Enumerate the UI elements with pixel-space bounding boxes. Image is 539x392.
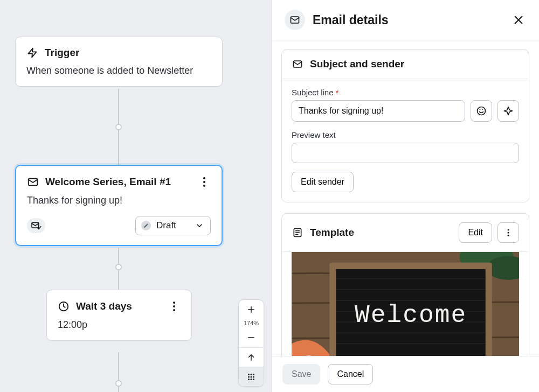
lightning-icon	[26, 47, 38, 59]
zoom-controls: 174%	[238, 299, 264, 387]
svg-point-10	[253, 374, 254, 375]
svg-point-28	[508, 229, 509, 230]
subject-card-title: Subject and sender	[310, 58, 404, 70]
svg-marker-0	[29, 48, 37, 58]
subject-line-label: Subject line*	[292, 88, 519, 97]
email-details-panel: Email details Subject and sender Subject…	[271, 0, 539, 392]
template-preview[interactable]: Welcome	[292, 252, 519, 356]
svg-point-30	[508, 235, 509, 236]
zoom-level: 174%	[244, 319, 259, 328]
svg-point-29	[508, 232, 509, 234]
svg-point-14	[248, 379, 250, 380]
pencil-icon	[141, 221, 151, 230]
svg-point-12	[251, 376, 252, 377]
email-node-more-button[interactable]	[198, 176, 211, 188]
clock-icon	[58, 300, 70, 312]
zoom-reset-button[interactable]	[239, 347, 264, 367]
svg-point-21	[478, 107, 486, 115]
ai-sparkle-button[interactable]	[497, 100, 519, 122]
connector-node[interactable]	[115, 380, 122, 387]
mail-icon	[27, 176, 39, 188]
status-dropdown[interactable]: Draft	[135, 216, 211, 235]
subject-sender-card: Subject and sender Subject line* Preview…	[281, 49, 529, 202]
panel-title: Email details	[313, 13, 389, 27]
chevron-down-icon	[195, 221, 204, 230]
template-hero-text: Welcome	[355, 302, 467, 330]
wait-node-more-button[interactable]	[168, 300, 181, 313]
svg-point-9	[251, 374, 252, 375]
zoom-in-button[interactable]	[239, 300, 264, 319]
mail-check-icon	[27, 218, 45, 233]
connector-node[interactable]	[115, 264, 122, 270]
wait-title: Wait 3 days	[76, 300, 132, 312]
email-node-title: Welcome Series, Email #1	[45, 176, 171, 188]
svg-point-11	[248, 376, 250, 377]
svg-point-16	[253, 379, 254, 380]
edit-sender-button[interactable]: Edit sender	[292, 172, 354, 192]
wait-node[interactable]: Wait 3 days 12:00p	[46, 290, 192, 341]
svg-point-8	[248, 374, 250, 375]
template-card-title: Template	[310, 227, 354, 239]
mail-icon	[285, 10, 305, 30]
status-label: Draft	[156, 220, 176, 231]
canvas-overview-button[interactable]	[239, 367, 264, 386]
close-button[interactable]	[511, 12, 526, 27]
emoji-button[interactable]	[471, 100, 492, 122]
email-node-preview: Thanks for signing up!	[27, 195, 211, 206]
wait-time: 12:00p	[58, 319, 181, 331]
preview-text-input[interactable]	[292, 143, 519, 163]
edit-template-button[interactable]: Edit	[459, 222, 492, 243]
cancel-button[interactable]: Cancel	[328, 364, 373, 384]
template-card: Template Edit	[281, 213, 529, 356]
trigger-node[interactable]: Trigger When someone is added to Newslet…	[15, 37, 223, 87]
panel-header: Email details	[272, 0, 539, 40]
trigger-description: When someone is added to Newsletter	[26, 65, 211, 76]
svg-point-15	[251, 379, 252, 380]
save-button[interactable]: Save	[282, 364, 320, 384]
connector-node[interactable]	[115, 124, 122, 130]
trigger-title: Trigger	[45, 47, 79, 59]
template-icon	[292, 227, 303, 239]
workflow-canvas[interactable]: Trigger When someone is added to Newslet…	[0, 0, 271, 392]
preview-text-label: Preview text	[292, 130, 519, 139]
panel-footer: Save Cancel	[272, 356, 539, 392]
svg-point-13	[253, 376, 254, 377]
subject-line-input[interactable]	[292, 100, 465, 122]
email-node[interactable]: Welcome Series, Email #1 Thanks for sign…	[15, 165, 223, 246]
zoom-out-button[interactable]	[239, 328, 264, 347]
template-more-button[interactable]	[497, 222, 519, 243]
mail-icon	[292, 58, 303, 70]
